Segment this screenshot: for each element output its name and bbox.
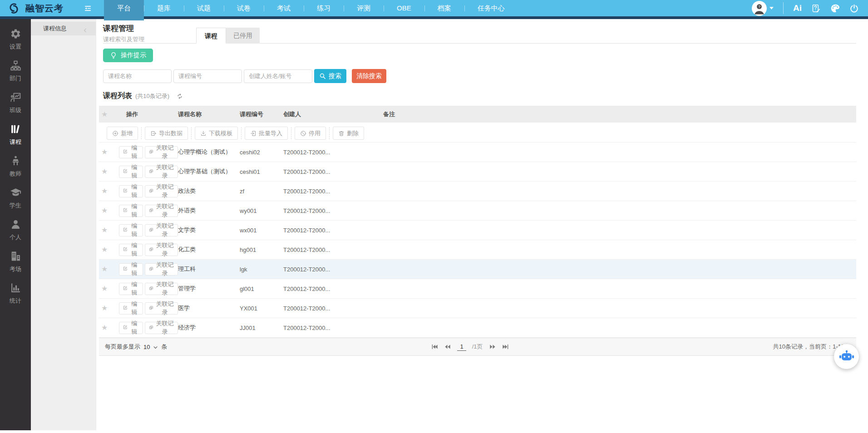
user-avatar[interactable]: ? (752, 1, 774, 16)
row-actions: 编辑关联记录 (119, 322, 178, 334)
chevron-down-icon[interactable] (153, 345, 158, 350)
sidebar-item-设置[interactable]: 设置 (0, 24, 31, 55)
left-sidebar: 设置部门班级课程教师学生个人考场统计 (0, 19, 31, 430)
first-page-icon[interactable] (431, 343, 438, 350)
row-action-编辑[interactable]: 编辑 (119, 322, 143, 334)
row-action-关联记录[interactable]: 关联记录 (145, 322, 178, 334)
toolbar-button-删除[interactable]: 删除 (333, 127, 364, 140)
toolbar-button-停用[interactable]: 停用 (295, 127, 326, 140)
sidebar-item-考场[interactable]: 考场 (0, 246, 31, 278)
favorite-star-icon[interactable]: ★ (99, 305, 119, 312)
topnav-item-任务中心[interactable]: 任务中心 (464, 0, 518, 18)
search-button[interactable]: 搜索 (314, 69, 346, 83)
favorite-star-icon[interactable]: ★ (99, 226, 119, 234)
topnav-item-平台[interactable]: 平台 (104, 0, 144, 18)
ai-robot-assistant-button[interactable] (834, 344, 859, 369)
menu-collapse-icon[interactable] (84, 4, 92, 13)
topnav-item-评测[interactable]: 评测 (344, 0, 384, 18)
course-creator: T200012-T2000... (283, 285, 383, 292)
topnav-item-试卷[interactable]: 试卷 (224, 0, 264, 18)
topnav-item-题库[interactable]: 题库 (144, 0, 184, 18)
sidebar-item-班级[interactable]: 班级 (0, 87, 31, 119)
course-table: ★操作课程名称课程编号创建人备注 新增导出数据下载模板批量导入停用删除 ★编辑关… (99, 106, 856, 356)
table-row[interactable]: ★编辑关联记录医学YX001T200012-T2000... (99, 299, 856, 318)
sidebar-item-个人[interactable]: 个人 (0, 214, 31, 246)
page-size-selector[interactable]: 每页最多显示 10 条 (105, 343, 167, 351)
next-page-icon[interactable] (489, 343, 496, 350)
link-records-icon (149, 149, 153, 155)
prev-page-icon[interactable] (444, 343, 451, 350)
table-row[interactable]: ★编辑关联记录理工科lgkT200012-T2000... (99, 260, 856, 279)
link-records-icon (149, 286, 153, 292)
help-feedback-icon[interactable] (811, 4, 821, 13)
chevron-left-icon[interactable]: ‹ (84, 25, 87, 34)
total-pages-label: /1页 (472, 343, 483, 351)
search-field-1[interactable] (103, 69, 172, 83)
edit-icon (123, 169, 128, 175)
row-action-关联记录[interactable]: 关联记录 (145, 224, 178, 236)
topnav-item-档案[interactable]: 档案 (424, 0, 464, 18)
favorite-star-icon[interactable]: ★ (99, 187, 119, 195)
favorite-star-icon[interactable]: ★ (99, 207, 119, 214)
search-field-2[interactable] (173, 69, 242, 83)
row-action-关联记录[interactable]: 关联记录 (145, 263, 178, 276)
favorite-star-icon[interactable]: ★ (99, 168, 119, 175)
table-row[interactable]: ★编辑关联记录外语类wy001T200012-T2000... (99, 201, 856, 221)
sidebar-item-学生[interactable]: 学生 (0, 182, 31, 214)
topnav-item-考试[interactable]: 考试 (264, 0, 304, 18)
row-action-关联记录[interactable]: 关联记录 (145, 205, 178, 217)
row-action-编辑[interactable]: 编辑 (119, 263, 143, 276)
favorite-star-icon[interactable]: ★ (99, 266, 119, 273)
sidebar-item-教师[interactable]: 教师 (0, 151, 31, 182)
row-action-关联记录[interactable]: 关联记录 (145, 283, 178, 295)
row-action-编辑[interactable]: 编辑 (119, 283, 143, 295)
tab-已停用[interactable]: 已停用 (226, 28, 260, 44)
row-action-关联记录[interactable]: 关联记录 (145, 166, 178, 178)
row-actions: 编辑关联记录 (119, 283, 178, 295)
table-body: ★编辑关联记录心理学概论（测试）ceshi02T200012-T2000...★… (99, 143, 856, 338)
row-action-编辑[interactable]: 编辑 (119, 302, 143, 315)
row-action-关联记录[interactable]: 关联记录 (145, 302, 178, 315)
power-logout-icon[interactable] (849, 4, 859, 13)
row-action-编辑[interactable]: 编辑 (119, 185, 143, 197)
table-row[interactable]: ★编辑关联记录化工类hg001T200012-T2000... (99, 240, 856, 260)
row-action-关联记录[interactable]: 关联记录 (145, 146, 178, 158)
table-row[interactable]: ★编辑关联记录心理学基础（测试）ceshi01T200012-T2000... (99, 162, 856, 182)
toolbar-button-批量导入[interactable]: 批量导入 (245, 127, 288, 140)
favorite-star-icon[interactable]: ★ (99, 285, 119, 292)
table-row[interactable]: ★编辑关联记录经济学JJ001T200012-T2000... (99, 318, 856, 338)
row-action-编辑[interactable]: 编辑 (119, 146, 143, 158)
table-row[interactable]: ★编辑关联记录文学类wx001T200012-T2000... (99, 221, 856, 240)
table-row[interactable]: ★编辑关联记录心理学概论（测试）ceshi02T200012-T2000... (99, 143, 856, 162)
page-size-value[interactable]: 10 (143, 344, 150, 350)
operation-tip-button[interactable]: 操作提示 (103, 49, 153, 62)
row-action-编辑[interactable]: 编辑 (119, 205, 143, 217)
table-row[interactable]: ★编辑关联记录管理学gl001T200012-T2000... (99, 279, 856, 299)
sidebar-item-课程[interactable]: 课程 (0, 119, 31, 151)
favorite-star-icon[interactable]: ★ (99, 148, 119, 156)
row-action-关联记录[interactable]: 关联记录 (145, 185, 178, 197)
favorite-star-icon[interactable]: ★ (99, 246, 119, 253)
toolbar-button-新增[interactable]: 新增 (107, 127, 138, 140)
current-page-input[interactable]: 1 (457, 343, 466, 351)
row-action-编辑[interactable]: 编辑 (119, 244, 143, 256)
row-action-关联记录[interactable]: 关联记录 (145, 244, 178, 256)
toolbar-button-下载模板[interactable]: 下载模板 (195, 127, 238, 140)
table-row[interactable]: ★编辑关联记录政法类zfT200012-T2000... (99, 182, 856, 201)
palette-theme-icon[interactable] (830, 4, 840, 13)
clear-search-button[interactable]: 清除搜索 (352, 69, 386, 83)
sidebar-item-部门[interactable]: 部门 (0, 55, 31, 87)
row-action-编辑[interactable]: 编辑 (119, 166, 143, 178)
row-action-编辑[interactable]: 编辑 (119, 224, 143, 236)
toolbar-button-导出数据[interactable]: 导出数据 (145, 127, 188, 140)
tab-课程[interactable]: 课程 (196, 28, 226, 44)
sidebar-item-统计[interactable]: 统计 (0, 278, 31, 310)
refresh-icon[interactable] (176, 93, 183, 100)
topnav-item-试题[interactable]: 试题 (184, 0, 224, 18)
last-page-icon[interactable] (502, 343, 509, 350)
topnav-item-OBE[interactable]: OBE (384, 0, 424, 18)
favorite-star-icon[interactable]: ★ (99, 324, 119, 331)
search-field-3[interactable] (244, 69, 312, 83)
ai-assistant-icon[interactable]: Ai (793, 3, 802, 13)
topnav-item-练习[interactable]: 练习 (304, 0, 344, 18)
